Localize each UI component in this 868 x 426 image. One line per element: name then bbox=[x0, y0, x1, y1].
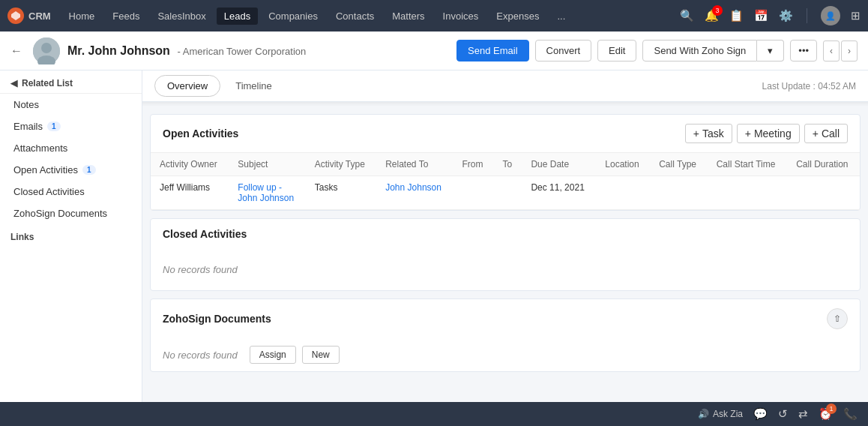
sidebar-pin-icon: ◀ bbox=[10, 78, 17, 88]
closed-activities-label: Closed Activities bbox=[13, 186, 85, 197]
zohosign-section: ZohoSign Documents ⇧ No records found As… bbox=[150, 298, 861, 372]
search-icon[interactable]: 🔍 bbox=[680, 9, 694, 22]
calendar-icon[interactable]: 📅 bbox=[754, 9, 768, 22]
record-navigation: ‹ › bbox=[823, 40, 858, 62]
zia-icon: 🔊 bbox=[698, 409, 709, 419]
open-activities-title: Open Activities bbox=[163, 128, 238, 140]
sidebar-item-notes[interactable]: Notes bbox=[0, 94, 142, 116]
prev-record-button[interactable]: ‹ bbox=[823, 40, 840, 62]
sidebar-item-zohosign[interactable]: ZohoSign Documents bbox=[0, 202, 142, 224]
notifications-icon[interactable]: 🔔 3 bbox=[705, 9, 719, 22]
related-to-link[interactable]: John Johnson bbox=[385, 182, 441, 193]
sidebar: ◀ Related List Notes Emails 1 Attachment… bbox=[0, 70, 142, 426]
bottom-bar: 🔊 Ask Zia 💬 ↺ ⇄ ⏰ 1 📞 bbox=[0, 402, 868, 426]
ask-zia-button[interactable]: 🔊 Ask Zia bbox=[698, 409, 743, 419]
sidebar-item-closed-activities[interactable]: Closed Activities bbox=[0, 181, 142, 202]
links-section-header: Links bbox=[0, 224, 142, 247]
add-call-button[interactable]: + Call bbox=[804, 124, 848, 143]
send-email-button[interactable]: Send Email bbox=[456, 40, 528, 62]
send-sign-group: Send With Zoho Sign ▾ bbox=[642, 40, 784, 62]
emails-label: Emails bbox=[13, 121, 43, 132]
convert-button[interactable]: Convert bbox=[535, 40, 592, 62]
subject-link[interactable]: Follow up -John Johnson bbox=[238, 182, 294, 203]
col-subject: Subject bbox=[229, 153, 305, 176]
more-actions-button[interactable]: ••• bbox=[790, 40, 817, 62]
nav-feeds[interactable]: Feeds bbox=[105, 8, 147, 25]
calendar-plus-icon[interactable]: 📋 bbox=[729, 9, 744, 22]
open-activities-header: Open Activities + Task + Meeting + Call bbox=[151, 115, 860, 153]
nav-matters[interactable]: Matters bbox=[385, 8, 432, 25]
logo[interactable]: CRM bbox=[7, 8, 51, 24]
col-call-start-time: Call Start Time bbox=[708, 153, 787, 176]
closed-activities-title: Closed Activities bbox=[163, 228, 247, 240]
nav-contacts[interactable]: Contacts bbox=[328, 8, 382, 25]
cell-call-start-time bbox=[708, 176, 787, 210]
nav-salesinbox[interactable]: SalesInbox bbox=[150, 8, 213, 25]
back-button[interactable]: ← bbox=[10, 44, 22, 58]
add-meeting-button[interactable]: + Meeting bbox=[737, 124, 800, 143]
bottom-badge: 1 bbox=[826, 404, 837, 414]
col-activity-owner: Activity Owner bbox=[151, 153, 229, 176]
apps-grid-icon[interactable]: ⊞ bbox=[851, 9, 861, 22]
cell-activity-type: Tasks bbox=[306, 176, 376, 210]
nav-expenses[interactable]: Expenses bbox=[489, 8, 546, 25]
nav-companies[interactable]: Companies bbox=[261, 8, 325, 25]
subheader-actions: Send Email Convert Edit Send With Zoho S… bbox=[456, 40, 858, 62]
open-activities-table: Activity Owner Subject Activity Type Rel… bbox=[151, 153, 860, 210]
top-navigation: CRM Home Feeds SalesInbox Leads Companie… bbox=[0, 0, 868, 32]
table-header-row: Activity Owner Subject Activity Type Rel… bbox=[151, 153, 860, 176]
sidebar-item-emails[interactable]: Emails 1 bbox=[0, 116, 142, 137]
scroll-shadow-top bbox=[142, 102, 868, 106]
open-activities-badge: 1 bbox=[82, 165, 96, 175]
cell-to bbox=[493, 176, 522, 210]
cell-subject: Follow up -John Johnson bbox=[229, 176, 305, 210]
assign-button[interactable]: Assign bbox=[250, 346, 296, 364]
send-sign-dropdown[interactable]: ▾ bbox=[757, 40, 784, 62]
sidebar-item-attachments[interactable]: Attachments bbox=[0, 137, 142, 159]
clock-icon[interactable]: ⏰ 1 bbox=[819, 407, 833, 421]
settings-icon[interactable]: ⚙️ bbox=[779, 9, 793, 22]
cell-location bbox=[596, 176, 650, 210]
zoho-logo-icon bbox=[7, 8, 24, 24]
collapse-button[interactable]: ⇧ bbox=[827, 308, 848, 329]
send-sign-button[interactable]: Send With Zoho Sign bbox=[642, 40, 757, 62]
related-list-header[interactable]: ◀ Related List bbox=[0, 70, 142, 94]
closed-activities-no-records: No records found bbox=[151, 249, 860, 290]
notification-badge: 3 bbox=[712, 5, 723, 16]
zohosign-title: ZohoSign Documents bbox=[163, 313, 271, 325]
nav-more[interactable]: ... bbox=[549, 8, 573, 25]
refresh-icon[interactable]: ↺ bbox=[778, 407, 788, 421]
col-due-date: Due Date bbox=[522, 153, 596, 176]
open-activities-section: Open Activities + Task + Meeting + Call bbox=[150, 114, 861, 211]
table-row: Jeff Williams Follow up -John Johnson Ta… bbox=[151, 176, 860, 210]
sidebar-item-open-activities[interactable]: Open Activities 1 bbox=[0, 159, 142, 181]
nav-home[interactable]: Home bbox=[61, 8, 103, 25]
nav-leads[interactable]: Leads bbox=[217, 8, 258, 25]
content-area: Overview Timeline Last Update : 04:52 AM… bbox=[142, 70, 868, 426]
col-activity-type: Activity Type bbox=[306, 153, 376, 176]
edit-button[interactable]: Edit bbox=[597, 40, 636, 62]
col-location: Location bbox=[596, 153, 650, 176]
crm-label: CRM bbox=[28, 10, 51, 22]
next-record-button[interactable]: › bbox=[841, 40, 858, 62]
nav-invoices[interactable]: Invoices bbox=[435, 8, 486, 25]
phone-icon[interactable]: 📞 bbox=[843, 407, 858, 421]
ask-zia-label: Ask Zia bbox=[713, 409, 743, 419]
svg-point-1 bbox=[41, 43, 52, 53]
subheader: ← Mr. John Johnson - American Tower Corp… bbox=[0, 32, 868, 70]
col-call-type: Call Type bbox=[650, 153, 708, 176]
attachments-label: Attachments bbox=[13, 142, 67, 154]
new-button[interactable]: New bbox=[302, 346, 340, 364]
notes-label: Notes bbox=[13, 99, 39, 110]
topnav-right-actions: 🔍 🔔 3 📋 📅 ⚙️ 👤 ⊞ bbox=[680, 6, 861, 26]
tab-timeline[interactable]: Timeline bbox=[223, 76, 284, 96]
add-task-button[interactable]: + Task bbox=[685, 124, 732, 143]
contact-name-area: Mr. John Johnson - American Tower Corpor… bbox=[67, 44, 306, 58]
last-update-text: Last Update : 04:52 AM bbox=[762, 81, 856, 92]
main-layout: ◀ Related List Notes Emails 1 Attachment… bbox=[0, 70, 868, 426]
user-avatar[interactable]: 👤 bbox=[821, 6, 840, 26]
tab-overview[interactable]: Overview bbox=[154, 75, 220, 97]
sync-icon[interactable]: ⇄ bbox=[798, 407, 808, 421]
chat-icon[interactable]: 💬 bbox=[753, 407, 768, 421]
contact-name: Mr. John Johnson bbox=[67, 44, 170, 57]
